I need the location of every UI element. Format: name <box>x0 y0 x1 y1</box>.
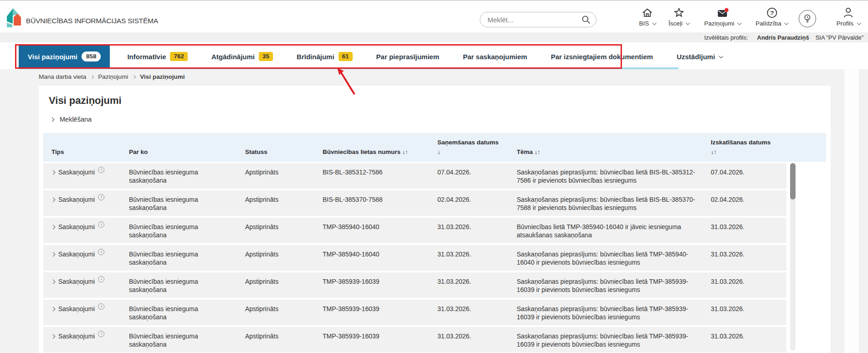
nav-notifications[interactable]: Paziņojumi <box>704 7 741 27</box>
info-icon[interactable]: i <box>98 331 104 337</box>
row-received-date: 31.03.2026. <box>437 278 471 285</box>
table-header-row: Tips Par ko Statuss Būvniecības lietas n… <box>43 133 826 162</box>
row-received-date: 07.04.2026. <box>437 169 471 176</box>
table-row[interactable]: Saskaņojumi i Būvniecības iesnieguma sas… <box>43 163 786 189</box>
tab-informativie[interactable]: Informatīvie 762 <box>121 46 194 67</box>
row-type: Saskaņojumi <box>58 195 95 204</box>
search-expander[interactable]: Meklēšana <box>51 116 92 123</box>
tab-label: Brīdinājumi <box>297 53 334 61</box>
info-icon[interactable]: i <box>98 303 104 310</box>
home-icon <box>642 7 653 19</box>
table-scrollbar-thumb[interactable] <box>790 163 796 200</box>
row-theme: Būvniecības lietā TMP-385940-16040 ir jā… <box>517 223 700 239</box>
sort-icon[interactable]: ↓ <box>437 149 440 155</box>
column-header-sanemsanas[interactable]: Saņemšanas datums↓ <box>437 138 517 157</box>
accessibility-button[interactable] <box>799 10 816 27</box>
row-theme: Saskaņošanas pieprasījums: būvniecības l… <box>517 250 700 266</box>
nav-notifications-label: Paziņojumi <box>704 20 734 27</box>
table-row[interactable]: Saskaņojumi i Būvniecības iesnieguma sas… <box>43 327 786 353</box>
column-header-statuss: Statuss <box>245 148 323 157</box>
table-row[interactable]: Saskaņojumi i Būvniecības iesnieguma sas… <box>43 190 786 216</box>
nav-shortcuts[interactable]: Īsceļi <box>668 7 689 27</box>
nav-bis-label: BIS <box>639 20 649 27</box>
sort-icon[interactable]: ↓↑ <box>534 149 540 155</box>
table-row[interactable]: Saskaņojumi i Būvniecības iesnieguma sas… <box>43 272 786 298</box>
info-icon[interactable]: i <box>98 221 104 228</box>
bis-logo-icon <box>6 7 22 27</box>
page-scrollbar-track[interactable] <box>844 69 859 353</box>
global-search[interactable] <box>480 12 596 27</box>
table-row[interactable]: Saskaņojumi i Būvniecības iesnieguma sas… <box>43 218 786 243</box>
table-scrollbar-track[interactable] <box>790 163 796 351</box>
row-theme: Saskaņošanas pieprasījums: būvniecības l… <box>517 332 700 348</box>
row-case-number: TMP-385939-16039 <box>323 305 380 312</box>
column-header-numurs[interactable]: Būvniecības lietas numurs ↓↑ <box>323 148 437 157</box>
sort-icon[interactable]: ↓↑ <box>402 149 408 155</box>
tab-label: Par saskaņojumiem <box>463 53 527 61</box>
row-about: Būvniecības iesnieguma saskaņošana <box>129 168 207 184</box>
tab-par-saskanojumiem[interactable]: Par saskaņojumiem <box>457 46 534 67</box>
nav-bis[interactable]: BIS <box>639 7 656 27</box>
row-reviewed-date: 31.03.2026. <box>711 333 745 340</box>
row-expand-chevron-icon[interactable] <box>51 252 56 256</box>
row-received-date: 31.03.2026. <box>437 333 471 340</box>
selected-profile-bar: Izvēlētais profils: Andris Paraudziņš SI… <box>0 32 868 42</box>
chevron-down-icon <box>737 20 742 25</box>
tab-count-badge: 858 <box>82 51 101 61</box>
row-type: Saskaņojumi <box>58 223 95 231</box>
search-input[interactable] <box>488 16 581 24</box>
search-icon[interactable] <box>581 15 591 24</box>
row-status: Apstiprināts <box>245 278 278 285</box>
row-expand-chevron-icon[interactable] <box>51 225 56 229</box>
nav-profile[interactable]: Profils <box>837 7 861 27</box>
row-received-date: 31.03.2026. <box>437 305 471 312</box>
breadcrumb-mana-darba-vieta[interactable]: Mana darba vieta <box>39 73 86 80</box>
row-about: Būvniecības iesnieguma saskaņošana <box>129 277 207 294</box>
profile-label: Izvēlētais profils: <box>704 34 748 41</box>
nav-profile-label: Profils <box>837 20 854 27</box>
chevron-right-icon <box>90 75 94 78</box>
tab-par-izsniegtajiem-dokumentiem[interactable]: Par izsniegtajiem dokumentiem <box>544 46 659 67</box>
row-status: Apstiprināts <box>245 333 278 340</box>
svg-text:?: ? <box>770 10 774 16</box>
row-expand-chevron-icon[interactable] <box>51 334 56 338</box>
tab-visi-pazinojumi[interactable]: Visi paziņojumi 858 <box>19 46 110 67</box>
row-expand-chevron-icon[interactable] <box>51 197 56 202</box>
row-status: Apstiprināts <box>245 305 278 312</box>
row-type: Saskaņojumi <box>58 305 95 313</box>
info-icon[interactable]: i <box>98 249 104 255</box>
info-icon[interactable]: i <box>98 276 104 282</box>
app-logo[interactable]: BŪVNIECĪBAS INFORMĀCIJAS SISTĒMA <box>6 7 158 27</box>
row-about: Būvniecības iesnieguma saskaņošana <box>129 250 207 266</box>
breadcrumb: Mana darba vieta Paziņojumi Visi paziņoj… <box>39 73 185 80</box>
tab-uzstadijumi[interactable]: Uzstādījumi <box>677 46 723 67</box>
row-expand-chevron-icon[interactable] <box>51 307 56 311</box>
page-title: Visi paziņojumi <box>49 95 122 107</box>
row-about: Būvniecības iesnieguma saskaņošana <box>129 332 207 348</box>
breadcrumb-pazinojumi[interactable]: Paziņojumi <box>98 73 128 80</box>
row-expand-chevron-icon[interactable] <box>51 279 56 284</box>
tab-count-badge: 61 <box>339 52 353 61</box>
row-case-number: TMP-385939-16039 <box>323 278 380 285</box>
table-body: Saskaņojumi i Būvniecības iesnieguma sas… <box>43 163 826 353</box>
sort-icon[interactable]: ↓↑ <box>711 149 717 155</box>
table-row[interactable]: Saskaņojumi i Būvniecības iesnieguma sas… <box>43 300 786 325</box>
tab-par-pieprasijumiem[interactable]: Par pieprasījumiem <box>370 46 446 67</box>
tab-label: Par pieprasījumiem <box>376 53 439 61</box>
row-theme: Saskaņošanas pieprasījums: būvniecības l… <box>517 277 700 294</box>
lightbulb-icon <box>803 14 812 24</box>
table-row[interactable]: Saskaņojumi i Būvniecības iesnieguma sas… <box>43 245 786 271</box>
nav-help[interactable]: ? Palīdzība <box>755 7 788 27</box>
row-case-number: TMP-385940-16040 <box>323 251 380 258</box>
info-icon[interactable]: i <box>98 194 104 200</box>
chevron-down-icon <box>784 20 789 25</box>
column-header-tema[interactable]: Tēma ↓↑ <box>517 148 711 157</box>
chevron-down-icon <box>857 20 861 25</box>
tab-bridinajumi[interactable]: Brīdinājumi 61 <box>290 46 359 67</box>
star-icon <box>673 7 685 19</box>
row-expand-chevron-icon[interactable] <box>51 170 56 174</box>
column-header-izskatisanas[interactable]: Izskatīšanas datums↓↑ <box>711 138 786 157</box>
row-about: Būvniecības iesnieguma saskaņošana <box>129 305 207 321</box>
tab-atgadinajumi[interactable]: Atgādinājumi 35 <box>205 46 279 67</box>
info-icon[interactable]: i <box>98 167 104 173</box>
